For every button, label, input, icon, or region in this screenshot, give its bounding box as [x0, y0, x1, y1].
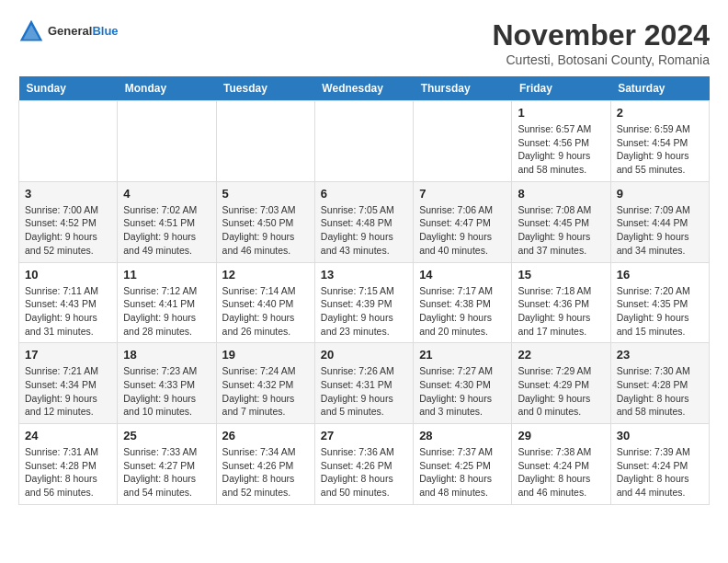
cell-day-info: Sunrise: 7:05 AM Sunset: 4:48 PM Dayligh…: [321, 203, 407, 258]
cell-date-number: 12: [222, 268, 309, 282]
cell-day-info: Sunrise: 7:23 AM Sunset: 4:33 PM Dayligh…: [123, 364, 210, 419]
cell-day-info: Sunrise: 7:38 AM Sunset: 4:24 PM Dayligh…: [518, 445, 604, 500]
cell-date-number: 10: [25, 268, 111, 282]
weekday-header: Sunday: [19, 76, 118, 101]
cell-date-number: 5: [222, 187, 309, 201]
page-header: GeneralBlue November 2024 Curtesti, Boto…: [18, 18, 710, 67]
calendar-cell: 21Sunrise: 7:27 AM Sunset: 4:30 PM Dayli…: [414, 343, 512, 424]
cell-day-info: Sunrise: 7:06 AM Sunset: 4:47 PM Dayligh…: [419, 203, 506, 258]
calendar-week-row: 17Sunrise: 7:21 AM Sunset: 4:34 PM Dayli…: [19, 343, 710, 424]
weekday-header: Saturday: [610, 76, 709, 101]
cell-day-info: Sunrise: 7:26 AM Sunset: 4:31 PM Dayligh…: [321, 364, 407, 419]
cell-day-info: Sunrise: 7:24 AM Sunset: 4:32 PM Dayligh…: [222, 364, 309, 419]
title-section: November 2024 Curtesti, Botosani County,…: [492, 18, 710, 67]
calendar-cell: [118, 101, 216, 182]
calendar-header-row: SundayMondayTuesdayWednesdayThursdayFrid…: [19, 76, 710, 101]
calendar-cell: 14Sunrise: 7:17 AM Sunset: 4:38 PM Dayli…: [414, 262, 512, 343]
cell-date-number: 15: [518, 268, 604, 282]
cell-date-number: 4: [123, 187, 210, 201]
calendar-cell: 16Sunrise: 7:20 AM Sunset: 4:35 PM Dayli…: [610, 262, 709, 343]
cell-day-info: Sunrise: 7:36 AM Sunset: 4:26 PM Dayligh…: [321, 445, 407, 500]
calendar-cell: 2Sunrise: 6:59 AM Sunset: 4:54 PM Daylig…: [610, 101, 709, 182]
cell-date-number: 22: [518, 348, 604, 362]
calendar-cell: 13Sunrise: 7:15 AM Sunset: 4:39 PM Dayli…: [314, 262, 413, 343]
location-subtitle: Curtesti, Botosani County, Romania: [492, 52, 710, 67]
calendar-cell: 5Sunrise: 7:03 AM Sunset: 4:50 PM Daylig…: [216, 181, 314, 262]
calendar-cell: [19, 101, 118, 182]
cell-date-number: 14: [419, 268, 506, 282]
calendar-table: SundayMondayTuesdayWednesdayThursdayFrid…: [18, 76, 710, 505]
calendar-cell: 10Sunrise: 7:11 AM Sunset: 4:43 PM Dayli…: [19, 262, 118, 343]
logo-blue: Blue: [92, 24, 118, 38]
cell-date-number: 3: [25, 187, 111, 201]
weekday-header: Thursday: [414, 76, 512, 101]
cell-date-number: 9: [617, 187, 703, 201]
weekday-header: Tuesday: [216, 76, 314, 101]
logo: GeneralBlue: [18, 18, 119, 44]
cell-date-number: 17: [25, 348, 111, 362]
calendar-week-row: 10Sunrise: 7:11 AM Sunset: 4:43 PM Dayli…: [19, 262, 710, 343]
cell-date-number: 7: [419, 187, 506, 201]
cell-date-number: 21: [419, 348, 506, 362]
calendar-cell: 22Sunrise: 7:29 AM Sunset: 4:29 PM Dayli…: [512, 343, 610, 424]
logo-general: General: [48, 24, 92, 38]
cell-date-number: 24: [25, 429, 111, 442]
calendar-cell: 24Sunrise: 7:31 AM Sunset: 4:28 PM Dayli…: [19, 424, 118, 505]
cell-date-number: 11: [123, 268, 210, 282]
weekday-header: Friday: [512, 76, 610, 101]
calendar-cell: 20Sunrise: 7:26 AM Sunset: 4:31 PM Dayli…: [314, 343, 413, 424]
calendar-cell: 4Sunrise: 7:02 AM Sunset: 4:51 PM Daylig…: [118, 181, 216, 262]
calendar-cell: 1Sunrise: 6:57 AM Sunset: 4:56 PM Daylig…: [512, 101, 610, 182]
calendar-cell: 7Sunrise: 7:06 AM Sunset: 4:47 PM Daylig…: [414, 181, 512, 262]
calendar-cell: 12Sunrise: 7:14 AM Sunset: 4:40 PM Dayli…: [216, 262, 314, 343]
calendar-cell: [414, 101, 512, 182]
calendar-cell: [314, 101, 413, 182]
cell-date-number: 26: [222, 429, 309, 442]
calendar-cell: 15Sunrise: 7:18 AM Sunset: 4:36 PM Dayli…: [512, 262, 610, 343]
cell-date-number: 1: [518, 106, 604, 120]
calendar-cell: 9Sunrise: 7:09 AM Sunset: 4:44 PM Daylig…: [610, 181, 709, 262]
logo-text: GeneralBlue: [48, 24, 119, 39]
cell-date-number: 29: [518, 429, 604, 442]
cell-date-number: 25: [123, 429, 210, 442]
calendar-cell: 23Sunrise: 7:30 AM Sunset: 4:28 PM Dayli…: [610, 343, 709, 424]
cell-day-info: Sunrise: 7:02 AM Sunset: 4:51 PM Dayligh…: [123, 203, 210, 258]
calendar-cell: 3Sunrise: 7:00 AM Sunset: 4:52 PM Daylig…: [19, 181, 118, 262]
cell-day-info: Sunrise: 7:27 AM Sunset: 4:30 PM Dayligh…: [419, 364, 506, 419]
calendar-cell: [216, 101, 314, 182]
cell-day-info: Sunrise: 7:39 AM Sunset: 4:24 PM Dayligh…: [617, 445, 703, 500]
calendar-cell: 19Sunrise: 7:24 AM Sunset: 4:32 PM Dayli…: [216, 343, 314, 424]
cell-day-info: Sunrise: 7:12 AM Sunset: 4:41 PM Dayligh…: [123, 284, 210, 339]
cell-date-number: 2: [617, 106, 703, 120]
cell-date-number: 13: [321, 268, 407, 282]
cell-date-number: 18: [123, 348, 210, 362]
cell-date-number: 30: [617, 429, 703, 442]
calendar-week-row: 1Sunrise: 6:57 AM Sunset: 4:56 PM Daylig…: [19, 101, 710, 182]
calendar-cell: 29Sunrise: 7:38 AM Sunset: 4:24 PM Dayli…: [512, 424, 610, 505]
calendar-cell: 6Sunrise: 7:05 AM Sunset: 4:48 PM Daylig…: [314, 181, 413, 262]
cell-date-number: 23: [617, 348, 703, 362]
cell-day-info: Sunrise: 6:59 AM Sunset: 4:54 PM Dayligh…: [617, 122, 703, 177]
cell-day-info: Sunrise: 7:08 AM Sunset: 4:45 PM Dayligh…: [518, 203, 604, 258]
cell-date-number: 28: [419, 429, 506, 442]
weekday-header: Wednesday: [314, 76, 413, 101]
calendar-cell: 25Sunrise: 7:33 AM Sunset: 4:27 PM Dayli…: [118, 424, 216, 505]
month-title: November 2024: [492, 18, 710, 52]
cell-day-info: Sunrise: 7:30 AM Sunset: 4:28 PM Dayligh…: [617, 364, 703, 419]
cell-day-info: Sunrise: 7:09 AM Sunset: 4:44 PM Dayligh…: [617, 203, 703, 258]
weekday-header: Monday: [118, 76, 216, 101]
cell-date-number: 20: [321, 348, 407, 362]
logo-icon: [18, 18, 44, 44]
cell-day-info: Sunrise: 7:33 AM Sunset: 4:27 PM Dayligh…: [123, 445, 210, 500]
calendar-cell: 27Sunrise: 7:36 AM Sunset: 4:26 PM Dayli…: [314, 424, 413, 505]
calendar-week-row: 24Sunrise: 7:31 AM Sunset: 4:28 PM Dayli…: [19, 424, 710, 505]
cell-day-info: Sunrise: 7:03 AM Sunset: 4:50 PM Dayligh…: [222, 203, 309, 258]
cell-day-info: Sunrise: 7:34 AM Sunset: 4:26 PM Dayligh…: [222, 445, 309, 500]
calendar-cell: 30Sunrise: 7:39 AM Sunset: 4:24 PM Dayli…: [610, 424, 709, 505]
cell-day-info: Sunrise: 7:21 AM Sunset: 4:34 PM Dayligh…: [25, 364, 111, 419]
cell-date-number: 27: [321, 429, 407, 442]
cell-date-number: 16: [617, 268, 703, 282]
calendar-cell: 17Sunrise: 7:21 AM Sunset: 4:34 PM Dayli…: [19, 343, 118, 424]
cell-day-info: Sunrise: 7:11 AM Sunset: 4:43 PM Dayligh…: [25, 284, 111, 339]
cell-date-number: 19: [222, 348, 309, 362]
